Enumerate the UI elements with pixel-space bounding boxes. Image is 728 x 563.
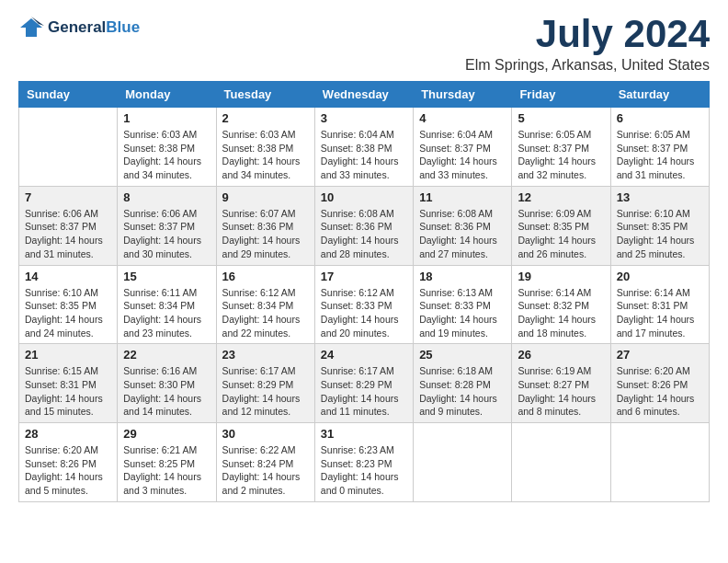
table-row: 19Sunrise: 6:14 AM Sunset: 8:32 PM Dayli… [512,265,610,344]
table-row: 29Sunrise: 6:21 AM Sunset: 8:25 PM Dayli… [118,423,216,502]
day-number: 29 [123,427,210,441]
day-info: Sunrise: 6:06 AM Sunset: 8:37 PM Dayligh… [123,207,210,261]
table-row [512,423,610,502]
day-info: Sunrise: 6:17 AM Sunset: 8:29 PM Dayligh… [321,364,407,419]
table-row: 5Sunrise: 6:05 AM Sunset: 8:37 PM Daylig… [512,108,610,187]
page-header: GeneralBlue July 2024 Elm Springs, Arkan… [18,15,710,74]
day-info: Sunrise: 6:20 AM Sunset: 8:26 PM Dayligh… [25,443,111,498]
day-number: 25 [419,348,506,362]
day-number: 4 [419,111,506,125]
day-number: 10 [321,190,407,204]
weekday-header-row: Sunday Monday Tuesday Wednesday Thursday… [19,82,710,108]
calendar-table: Sunday Monday Tuesday Wednesday Thursday… [18,81,710,502]
table-row: 30Sunrise: 6:22 AM Sunset: 8:24 PM Dayli… [216,423,314,502]
table-row: 17Sunrise: 6:12 AM Sunset: 8:33 PM Dayli… [314,265,413,344]
table-row: 3Sunrise: 6:04 AM Sunset: 8:38 PM Daylig… [314,108,413,187]
day-info: Sunrise: 6:11 AM Sunset: 8:34 PM Dayligh… [123,286,210,340]
day-info: Sunrise: 6:14 AM Sunset: 8:31 PM Dayligh… [617,286,703,340]
day-info: Sunrise: 6:20 AM Sunset: 8:26 PM Dayligh… [617,364,703,419]
table-row: 2Sunrise: 6:03 AM Sunset: 8:38 PM Daylig… [216,108,314,187]
table-row: 26Sunrise: 6:19 AM Sunset: 8:27 PM Dayli… [512,344,610,423]
table-row: 10Sunrise: 6:08 AM Sunset: 8:36 PM Dayli… [314,186,413,265]
month-title: July 2024 [465,15,710,53]
day-number: 9 [222,190,309,204]
day-number: 15 [123,270,210,283]
day-number: 7 [25,190,111,204]
svg-marker-0 [20,18,42,37]
day-number: 24 [321,348,407,362]
day-info: Sunrise: 6:12 AM Sunset: 8:34 PM Dayligh… [222,286,309,340]
day-info: Sunrise: 6:23 AM Sunset: 8:23 PM Dayligh… [321,443,407,498]
table-row [610,423,709,502]
table-row [414,423,512,502]
table-row: 8Sunrise: 6:06 AM Sunset: 8:37 PM Daylig… [118,186,216,265]
day-info: Sunrise: 6:06 AM Sunset: 8:37 PM Dayligh… [25,207,111,261]
title-area: July 2024 Elm Springs, Arkansas, United … [465,15,710,74]
day-info: Sunrise: 6:05 AM Sunset: 8:37 PM Dayligh… [518,128,604,182]
calendar-week-row: 1Sunrise: 6:03 AM Sunset: 8:38 PM Daylig… [19,108,710,187]
day-info: Sunrise: 6:09 AM Sunset: 8:35 PM Dayligh… [518,207,604,261]
day-info: Sunrise: 6:19 AM Sunset: 8:27 PM Dayligh… [518,364,604,419]
logo-icon [18,15,44,40]
location-title: Elm Springs, Arkansas, United States [465,57,710,74]
header-tuesday: Tuesday [216,82,314,108]
table-row: 14Sunrise: 6:10 AM Sunset: 8:35 PM Dayli… [19,265,118,344]
table-row: 31Sunrise: 6:23 AM Sunset: 8:23 PM Dayli… [314,423,413,502]
day-number: 5 [518,111,604,125]
table-row: 23Sunrise: 6:17 AM Sunset: 8:29 PM Dayli… [216,344,314,423]
day-info: Sunrise: 6:17 AM Sunset: 8:29 PM Dayligh… [222,364,309,419]
table-row: 12Sunrise: 6:09 AM Sunset: 8:35 PM Dayli… [512,186,610,265]
day-number: 17 [321,270,407,283]
day-info: Sunrise: 6:03 AM Sunset: 8:38 PM Dayligh… [123,128,210,182]
calendar-week-row: 14Sunrise: 6:10 AM Sunset: 8:35 PM Dayli… [19,265,710,344]
calendar-week-row: 7Sunrise: 6:06 AM Sunset: 8:37 PM Daylig… [19,186,710,265]
table-row: 9Sunrise: 6:07 AM Sunset: 8:36 PM Daylig… [216,186,314,265]
day-info: Sunrise: 6:08 AM Sunset: 8:36 PM Dayligh… [419,207,506,261]
day-number: 8 [123,190,210,204]
table-row: 18Sunrise: 6:13 AM Sunset: 8:33 PM Dayli… [414,265,512,344]
table-row: 1Sunrise: 6:03 AM Sunset: 8:38 PM Daylig… [118,108,216,187]
day-number: 12 [518,190,604,204]
day-number: 14 [25,270,111,283]
day-number: 26 [518,348,604,362]
table-row [19,108,118,187]
day-info: Sunrise: 6:14 AM Sunset: 8:32 PM Dayligh… [518,286,604,340]
table-row: 4Sunrise: 6:04 AM Sunset: 8:37 PM Daylig… [414,108,512,187]
day-number: 6 [617,111,703,125]
header-wednesday: Wednesday [314,82,413,108]
day-info: Sunrise: 6:21 AM Sunset: 8:25 PM Dayligh… [123,443,210,498]
calendar-week-row: 28Sunrise: 6:20 AM Sunset: 8:26 PM Dayli… [19,423,710,502]
day-number: 13 [617,190,703,204]
day-number: 19 [518,270,604,283]
header-sunday: Sunday [19,82,118,108]
table-row: 24Sunrise: 6:17 AM Sunset: 8:29 PM Dayli… [314,344,413,423]
day-number: 23 [222,348,309,362]
table-row: 27Sunrise: 6:20 AM Sunset: 8:26 PM Dayli… [610,344,709,423]
day-info: Sunrise: 6:08 AM Sunset: 8:36 PM Dayligh… [321,207,407,261]
table-row: 28Sunrise: 6:20 AM Sunset: 8:26 PM Dayli… [19,423,118,502]
day-info: Sunrise: 6:18 AM Sunset: 8:28 PM Dayligh… [419,364,506,419]
table-row: 11Sunrise: 6:08 AM Sunset: 8:36 PM Dayli… [414,186,512,265]
table-row: 13Sunrise: 6:10 AM Sunset: 8:35 PM Dayli… [610,186,709,265]
day-number: 31 [321,427,407,441]
header-friday: Friday [512,82,610,108]
day-info: Sunrise: 6:03 AM Sunset: 8:38 PM Dayligh… [222,128,309,182]
logo-text: GeneralBlue [48,18,140,37]
calendar-week-row: 21Sunrise: 6:15 AM Sunset: 8:31 PM Dayli… [19,344,710,423]
day-info: Sunrise: 6:07 AM Sunset: 8:36 PM Dayligh… [222,207,309,261]
day-number: 2 [222,111,309,125]
day-info: Sunrise: 6:12 AM Sunset: 8:33 PM Dayligh… [321,286,407,340]
day-info: Sunrise: 6:10 AM Sunset: 8:35 PM Dayligh… [25,286,111,340]
day-number: 27 [617,348,703,362]
header-thursday: Thursday [414,82,512,108]
table-row: 22Sunrise: 6:16 AM Sunset: 8:30 PM Dayli… [118,344,216,423]
table-row: 7Sunrise: 6:06 AM Sunset: 8:37 PM Daylig… [19,186,118,265]
table-row: 15Sunrise: 6:11 AM Sunset: 8:34 PM Dayli… [118,265,216,344]
day-number: 21 [25,348,111,362]
logo: GeneralBlue [18,15,140,40]
day-info: Sunrise: 6:10 AM Sunset: 8:35 PM Dayligh… [617,207,703,261]
table-row: 6Sunrise: 6:05 AM Sunset: 8:37 PM Daylig… [610,108,709,187]
header-saturday: Saturday [610,82,709,108]
header-monday: Monday [118,82,216,108]
day-number: 11 [419,190,506,204]
